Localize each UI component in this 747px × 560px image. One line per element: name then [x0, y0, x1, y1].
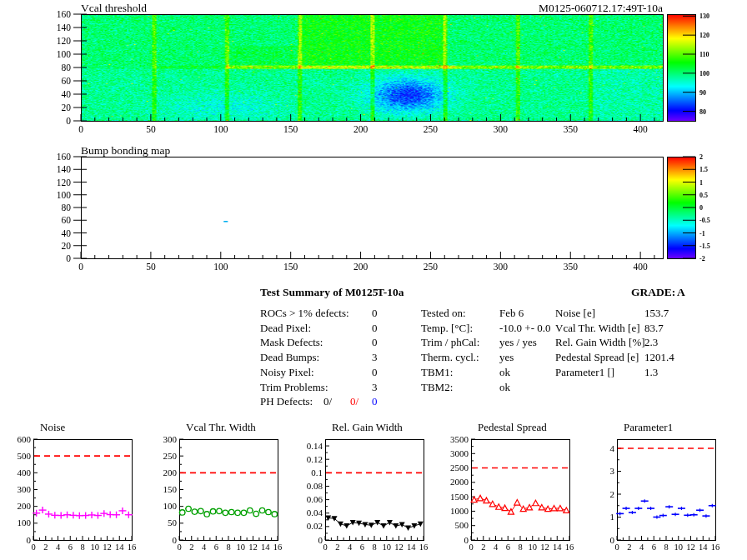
y-tick-label: 500 [455, 520, 469, 530]
marker [399, 522, 405, 528]
x-tick-label: 100 [213, 124, 228, 134]
x-tick-label: 300 [494, 262, 509, 272]
summary-row-label: Trim Problems: [260, 381, 328, 394]
x-tick-label: 6 [506, 542, 510, 552]
y-tick-label: 0.12 [307, 454, 323, 464]
marker [362, 522, 368, 528]
summary-row-value: ok [499, 381, 510, 394]
x-tick-label: 8 [518, 542, 522, 552]
colorbar-tick-label: -1 [699, 230, 705, 238]
x-tick-label: 0 [78, 124, 83, 134]
colorbar-tick-label: 2 [699, 153, 703, 161]
y-tick-label: 4 [610, 443, 615, 453]
y-tick-label: 300 [18, 484, 32, 494]
x-tick-label: 50 [146, 124, 156, 134]
summary-row-label: Parameter1 [] [555, 366, 614, 379]
marker [533, 500, 539, 506]
colorbar-tick-label: 80 [699, 108, 706, 116]
summary-row-label: Mask Defects: [260, 336, 323, 349]
marker [393, 523, 399, 529]
marker [210, 509, 215, 514]
x-tick-label: 50 [146, 262, 156, 272]
series-pedestal-spread [471, 495, 569, 514]
summary-row-label: Trim / phCal: [421, 336, 479, 349]
marker [418, 522, 424, 528]
marker [228, 509, 233, 514]
marker [192, 509, 197, 514]
summary-row-value: 0 [372, 307, 378, 320]
marker [411, 523, 417, 529]
marker [198, 508, 203, 513]
summary-row-label: Tested on: [421, 307, 466, 320]
series-line [328, 518, 421, 528]
y-tick-label: 0 [173, 535, 178, 545]
x-tick-label: 4 [494, 542, 499, 552]
marker [343, 523, 349, 529]
x-tick-label: 400 [634, 262, 649, 272]
vcalwidth-plot-title: Vcal Thr. Width [186, 421, 256, 434]
marker [551, 505, 557, 511]
y-tick-label: 0 [464, 535, 469, 545]
grade-label: GRADE: [631, 286, 675, 299]
y-tick-label: 140 [57, 22, 72, 32]
summary-row-label: Noise [e] [555, 307, 595, 320]
x-tick-label: 16 [273, 542, 283, 552]
colorbar-tick-label: 0 [699, 204, 703, 212]
x-tick-label: 150 [283, 124, 298, 134]
marker [235, 510, 240, 515]
y-tick-label: 0 [27, 535, 32, 545]
colorbar-tick-label: 130 [699, 12, 709, 20]
summary-row-value: -10.0 +- 0.0 [499, 322, 551, 335]
x-tick-label: 10 [529, 542, 538, 552]
y-tick-label: 0.04 [307, 508, 323, 518]
marker [381, 523, 387, 529]
marker [508, 509, 514, 515]
ph-defects-value: 0 [372, 395, 378, 408]
x-tick-label: 2 [189, 542, 193, 552]
grade-value: A [677, 286, 685, 299]
marker [471, 497, 477, 502]
marker [520, 506, 526, 512]
y-tick-label: 2500 [450, 462, 469, 472]
x-tick-label: 0 [177, 542, 181, 552]
y-tick-label: 250 [163, 451, 178, 461]
marker [350, 520, 356, 526]
x-tick-label: 300 [494, 124, 509, 134]
colorbar-tick-label: 110 [699, 51, 709, 58]
pedestal-plot-title: Pedestal Spread [478, 421, 547, 434]
summary-row-label: PH Defects: [260, 395, 313, 408]
x-tick-label: 8 [664, 542, 668, 552]
bump-colorbar [667, 157, 695, 258]
marker [179, 510, 184, 515]
x-tick-label: 10 [91, 542, 100, 552]
y-tick-label: 1 [610, 512, 615, 522]
x-tick-label: 4 [348, 542, 353, 552]
y-tick-label: 40 [62, 89, 72, 99]
x-tick-label: 8 [372, 542, 376, 552]
x-tick-label: 2 [335, 542, 339, 552]
summary-row-label: TBM2: [421, 381, 453, 394]
summary-title: Test Summary of M0125 [260, 286, 379, 299]
summary-row-label: Vcal Thr. Width [e] [555, 322, 640, 335]
colorbar-tick-label: 1 [699, 179, 703, 187]
y-tick-label: 200 [18, 501, 32, 511]
marker [405, 525, 411, 531]
x-tick-label: 12 [248, 542, 258, 552]
ph-defects-value: 0/ [323, 395, 332, 408]
x-tick-label: 8 [226, 542, 230, 552]
y-tick-label: 2 [610, 489, 615, 499]
marker [259, 508, 264, 512]
x-tick-label: 10 [674, 542, 684, 552]
marker [217, 508, 222, 513]
x-tick-label: 250 [424, 124, 439, 134]
summary-row-value: ok [499, 366, 510, 379]
x-tick-label: 100 [213, 262, 228, 272]
y-tick-label: 60 [62, 76, 72, 86]
plot-frame [472, 440, 570, 541]
module-test-report: 0501001502002503003504000204060801001201… [0, 0, 747, 560]
y-tick-label: 400 [18, 468, 32, 478]
x-tick-label: 2 [627, 542, 631, 552]
y-tick-label: 0.14 [307, 441, 323, 451]
x-tick-label: 4 [639, 542, 644, 552]
x-tick-label: 6 [68, 542, 73, 552]
